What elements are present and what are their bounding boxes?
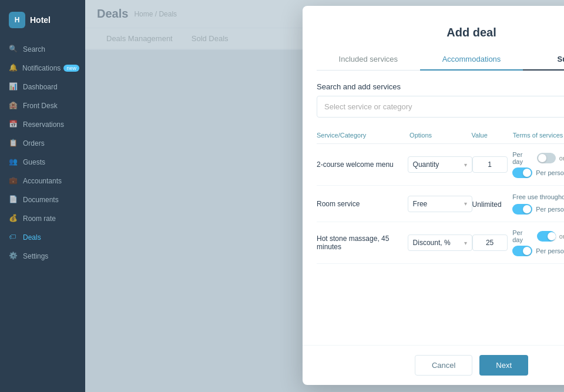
per-day-label: Per day	[512, 229, 533, 243]
guests-icon: 👥	[9, 158, 18, 167]
frontdesk-icon: 🏨	[9, 101, 18, 110]
service-option-select-row2[interactable]: Free ▾	[408, 196, 472, 212]
table-row: Room service Free ▾ Unlimited Free use t…	[317, 186, 564, 222]
sidebar-item-documents[interactable]: 📄 Documents	[0, 190, 85, 209]
sidebar-item-dashboard[interactable]: 📊 Dashboard	[0, 78, 85, 96]
sidebar-item-label: Settings	[23, 252, 48, 260]
settings-icon: ⚙️	[9, 252, 18, 261]
sidebar-item-accountants[interactable]: 💼 Accountants	[0, 172, 85, 190]
sidebar-item-notifications[interactable]: 🔔 Notifications new	[0, 59, 85, 78]
sidebar-item-deals[interactable]: 🏷 Deals	[0, 228, 85, 247]
sidebar-item-frontdesk[interactable]: 🏨 Front Desk	[0, 96, 85, 115]
sidebar-item-label: Room rate	[23, 215, 56, 223]
terms-row-per-day: Per day or Per deal	[512, 151, 564, 165]
sidebar-logo: H Hotel	[0, 6, 85, 34]
roomrate-icon: 💰	[9, 214, 18, 223]
free-use-text: Free use throughout the trip	[512, 193, 564, 202]
bell-icon: 🔔	[9, 63, 18, 73]
service-search-placeholder: Select service or category	[324, 102, 412, 111]
service-value-input-row1[interactable]	[472, 156, 508, 173]
next-button[interactable]: Next	[479, 355, 528, 376]
dashboard-icon: 📊	[9, 82, 18, 92]
logo-text: Hotel	[30, 15, 51, 25]
reservations-icon: 📅	[9, 120, 18, 129]
sidebar: H Hotel 🔍 Search 🔔 Notifications new 📊 D…	[0, 0, 85, 392]
service-value-cell	[472, 156, 513, 173]
sidebar-item-label: Deals	[23, 233, 41, 242]
per-person-label: Per person	[536, 247, 564, 254]
table-header: Service/Category Options Value Terms of …	[317, 129, 564, 144]
per-day-toggle-row1[interactable]	[537, 153, 556, 163]
service-option-cell: Discount, % ▾	[408, 234, 472, 251]
sidebar-item-label: Dashboard	[23, 83, 58, 91]
sidebar-item-reservations[interactable]: 📅 Reservations	[0, 115, 85, 134]
add-deal-modal: × Add deal Included services Accommodati…	[303, 6, 564, 385]
service-option-select-row3[interactable]: Discount, % ▾	[408, 234, 472, 251]
cancel-button[interactable]: Cancel	[415, 355, 472, 376]
col-terms: Terms of services	[513, 132, 564, 139]
tab-summary[interactable]: Summary	[523, 49, 564, 71]
terms-row-per-person: Per person	[512, 167, 564, 178]
service-option-select-row1[interactable]: Quantity ▾	[408, 156, 472, 173]
accountants-icon: 💼	[9, 176, 18, 186]
service-search-dropdown[interactable]: Select service or category ▾	[317, 96, 564, 118]
service-name: Room service	[317, 200, 408, 208]
sidebar-item-label: Reservations	[23, 120, 64, 129]
per-day-toggle-row3[interactable]	[537, 231, 556, 242]
select-arrow-icon: ▾	[464, 240, 467, 246]
services-table: Service/Category Options Value Terms of …	[317, 129, 564, 264]
service-name: Hot stone massage, 45 minutes	[317, 234, 408, 251]
terms-row-per-person: Per person	[512, 204, 564, 215]
documents-icon: 📄	[9, 195, 18, 205]
modal-title: Add deal	[317, 18, 564, 39]
sidebar-item-label: Front Desk	[23, 102, 58, 110]
orders-icon: 📋	[9, 139, 18, 148]
sidebar-item-label: Documents	[23, 196, 59, 204]
tab-accommodations[interactable]: Accommodations	[420, 49, 523, 71]
terms-cell-row2: Free use throughout the trip Per person	[512, 193, 564, 215]
tab-included-services[interactable]: Included services	[317, 49, 420, 71]
per-person-toggle-row1[interactable]	[512, 167, 532, 178]
main-content: Deals Home / Deals Deals Management Sold…	[85, 0, 564, 392]
table-row: 2-course welcome menu Quantity ▾ Per day	[317, 144, 564, 186]
sidebar-item-label: Orders	[23, 139, 45, 148]
sidebar-item-label: Notifications	[22, 64, 61, 72]
col-service: Service/Category	[317, 132, 409, 139]
per-person-toggle-row2[interactable]	[512, 204, 532, 215]
terms-row-per-day: Per day or Per deal	[512, 229, 564, 243]
per-person-label: Per person	[536, 169, 564, 176]
deals-icon: 🏷	[9, 233, 18, 242]
sidebar-item-roomrate[interactable]: 💰 Room rate	[0, 209, 85, 228]
sidebar-item-label: Search	[23, 45, 45, 53]
sidebar-item-label: Guests	[23, 158, 45, 166]
modal-footer: Cancel Next	[303, 345, 564, 385]
terms-cell-row1: Per day or Per deal Per person	[512, 151, 564, 178]
unlimited-label: Unlimited	[472, 200, 502, 209]
notifications-badge: new	[63, 65, 79, 72]
select-arrow-icon: ▾	[464, 200, 467, 207]
or-text: or	[559, 233, 564, 240]
service-value-cell	[472, 234, 513, 251]
search-section-label: Search and add services	[317, 82, 564, 91]
service-option-cell: Free ▾	[408, 196, 472, 212]
modal-tabs: Included services Accommodations Summary	[317, 49, 564, 71]
modal-body: Search and add services Select service o…	[303, 71, 564, 345]
per-day-label: Per day	[512, 151, 533, 165]
sidebar-item-settings[interactable]: ⚙️ Settings	[0, 247, 85, 266]
table-row: Hot stone massage, 45 minutes Discount, …	[317, 222, 564, 264]
sidebar-item-guests[interactable]: 👥 Guests	[0, 153, 85, 172]
per-person-toggle-row3[interactable]	[512, 246, 532, 256]
sidebar-item-orders[interactable]: 📋 Orders	[0, 134, 85, 153]
sidebar-item-label: Accountants	[23, 177, 62, 185]
terms-row-per-person: Per person	[512, 246, 564, 256]
or-text: or	[559, 155, 564, 162]
service-name: 2-course welcome menu	[317, 160, 408, 169]
col-value: Value	[472, 132, 513, 139]
sidebar-item-search[interactable]: 🔍 Search	[0, 40, 85, 59]
service-value-input-row3[interactable]	[472, 234, 508, 251]
modal-header: × Add deal Included services Accommodati…	[303, 6, 564, 71]
service-value-cell: Unlimited	[472, 199, 513, 209]
per-person-label: Per person	[536, 206, 564, 213]
service-option-cell: Quantity ▾	[408, 156, 472, 173]
select-arrow-icon: ▾	[464, 162, 467, 168]
